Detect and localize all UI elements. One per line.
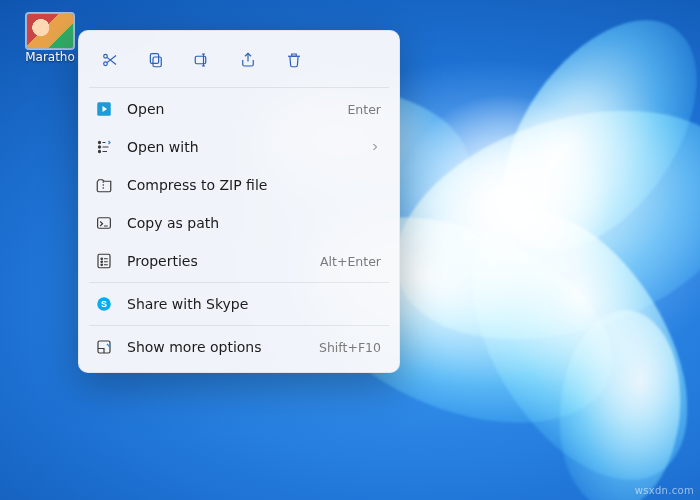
share-button[interactable] (229, 43, 267, 77)
skype-icon: S (95, 295, 113, 313)
scissors-icon (101, 51, 119, 69)
svg-rect-2 (153, 57, 161, 67)
video-thumbnail-icon (27, 14, 73, 48)
menu-item-label: Open with (127, 139, 355, 155)
menu-item-properties[interactable]: Properties Alt+Enter (85, 242, 393, 280)
copy-as-path-icon (95, 214, 113, 232)
context-menu: Open Enter Open with Compress to ZIP fil… (78, 30, 400, 373)
menu-item-label: Compress to ZIP file (127, 177, 381, 193)
svg-text:S: S (101, 299, 107, 309)
svg-point-13 (101, 261, 103, 263)
copy-button[interactable] (137, 43, 175, 77)
open-with-icon (95, 138, 113, 156)
svg-point-14 (101, 264, 103, 266)
cut-button[interactable] (91, 43, 129, 77)
menu-separator (89, 325, 389, 326)
zip-icon (95, 176, 113, 194)
menu-separator (89, 282, 389, 283)
svg-point-7 (98, 141, 100, 143)
menu-item-label: Share with Skype (127, 296, 381, 312)
properties-icon (95, 252, 113, 270)
svg-point-8 (98, 146, 100, 148)
menu-item-label: Show more options (127, 339, 305, 355)
svg-point-0 (104, 54, 108, 58)
open-icon (95, 100, 113, 118)
svg-point-12 (101, 258, 103, 260)
menu-item-show-more-options[interactable]: Show more options Shift+F10 (85, 328, 393, 366)
menu-item-compress-zip[interactable]: Compress to ZIP file (85, 166, 393, 204)
menu-item-accelerator: Shift+F10 (319, 340, 381, 355)
menu-separator (89, 87, 389, 88)
svg-rect-10 (98, 218, 111, 229)
menu-item-label: Open (127, 101, 333, 117)
rename-button[interactable] (183, 43, 221, 77)
desktop-file-label: Maratho (25, 50, 75, 64)
svg-rect-4 (195, 56, 206, 64)
menu-item-open-with[interactable]: Open with (85, 128, 393, 166)
menu-item-label: Properties (127, 253, 306, 269)
delete-button[interactable] (275, 43, 313, 77)
show-more-icon (95, 338, 113, 356)
watermark-text: wsxdn.com (635, 485, 694, 496)
rename-icon (192, 51, 212, 69)
chevron-right-icon (369, 141, 381, 153)
menu-item-accelerator: Enter (347, 102, 381, 117)
svg-point-1 (104, 62, 108, 66)
menu-item-copy-as-path[interactable]: Copy as path (85, 204, 393, 242)
svg-point-9 (98, 150, 100, 152)
svg-rect-3 (150, 54, 158, 64)
copy-icon (147, 51, 165, 69)
trash-icon (285, 51, 303, 69)
menu-item-label: Copy as path (127, 215, 381, 231)
menu-item-share-skype[interactable]: S Share with Skype (85, 285, 393, 323)
svg-rect-11 (98, 254, 110, 268)
desktop-file-icon[interactable]: Maratho (18, 14, 82, 64)
menu-item-open[interactable]: Open Enter (85, 90, 393, 128)
menu-item-accelerator: Alt+Enter (320, 254, 381, 269)
share-icon (239, 51, 257, 69)
quick-actions-row (85, 37, 393, 85)
